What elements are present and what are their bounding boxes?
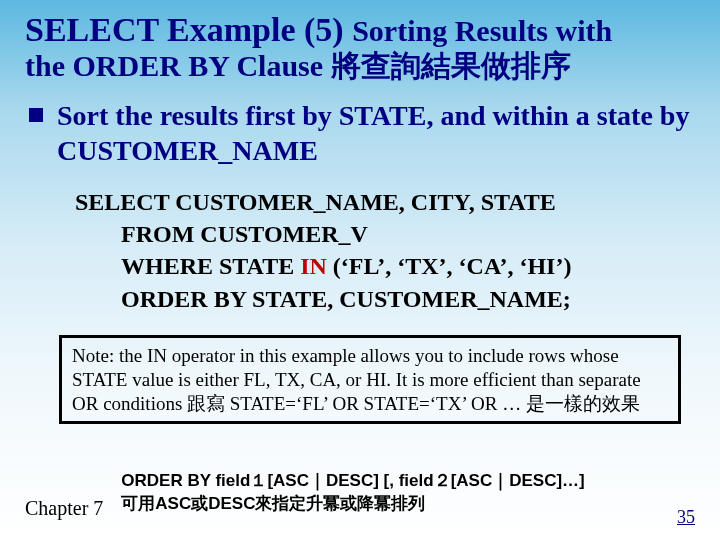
note-box: Note: the IN operator in this example al… [59,335,681,424]
title-sub2: the ORDER BY Clause 將查詢結果做排序 [25,49,571,82]
slide: SELECT Example (5) Sorting Results with … [0,0,720,540]
bullet-item: Sort the results first by STATE, and wit… [25,98,695,168]
title-main: SELECT Example (5) [25,11,352,48]
keyword-in: IN [300,253,327,279]
chapter-label: Chapter 7 [25,497,103,520]
title-sub1: Sorting Results with [352,14,612,47]
code-line-2: FROM CUSTOMER_V [121,218,695,250]
code-line-4: ORDER BY STATE, CUSTOMER_NAME; [121,283,695,315]
syntax-line-2: 可用ASC或DESC來指定升冪或降冪排列 [121,493,695,516]
slide-title: SELECT Example (5) Sorting Results with … [25,10,695,84]
code-line-1: SELECT CUSTOMER_NAME, CITY, STATE [75,186,695,218]
footer: Chapter 7 ORDER BY field１[ASC｜DESC] [, f… [25,476,695,522]
syntax-line-1: ORDER BY field１[ASC｜DESC] [, field２[ASC｜… [121,470,695,493]
bullet-icon [29,108,43,122]
code-line-3: WHERE STATE IN (‘FL’, ‘TX’, ‘CA’, ‘HI’) [121,250,695,282]
page-number: 35 [677,507,695,528]
sql-code: SELECT CUSTOMER_NAME, CITY, STATE FROM C… [75,186,695,316]
syntax-block: ORDER BY field１[ASC｜DESC] [, field２[ASC｜… [121,470,695,516]
bullet-text: Sort the results first by STATE, and wit… [57,98,695,168]
